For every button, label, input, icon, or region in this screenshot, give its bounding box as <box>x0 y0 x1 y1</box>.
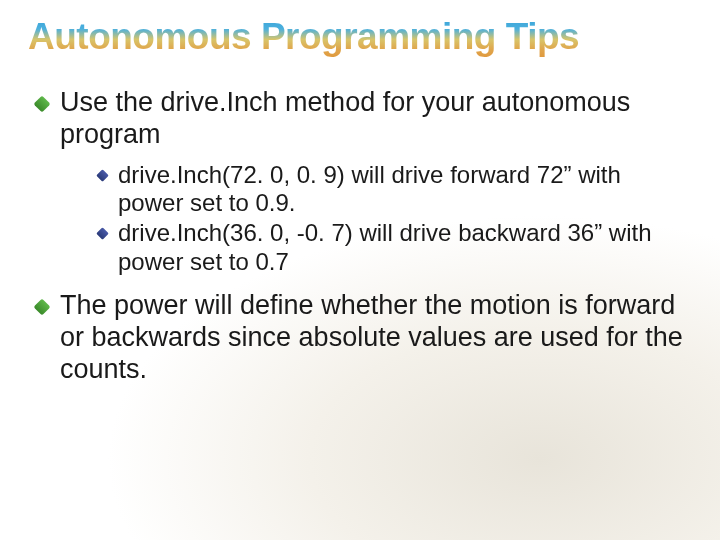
slide-title: Autonomous Programming Tips <box>28 18 692 57</box>
slide: Autonomous Programming Tips Use the driv… <box>0 0 720 540</box>
bullet-list-level2: drive.Inch(72. 0, 0. 9) will drive forwa… <box>60 161 692 276</box>
list-item-text: Use the drive.Inch method for your auton… <box>60 87 630 149</box>
bullet-list-level1: Use the drive.Inch method for your auton… <box>28 87 692 386</box>
list-item-text: The power will define whether the motion… <box>60 290 683 384</box>
list-item-text: drive.Inch(72. 0, 0. 9) will drive forwa… <box>118 161 621 216</box>
list-item: The power will define whether the motion… <box>34 290 692 386</box>
list-item-text: drive.Inch(36. 0, -0. 7) will drive back… <box>118 219 652 274</box>
list-item: Use the drive.Inch method for your auton… <box>34 87 692 276</box>
list-item: drive.Inch(72. 0, 0. 9) will drive forwa… <box>96 161 692 218</box>
list-item: drive.Inch(36. 0, -0. 7) will drive back… <box>96 219 692 276</box>
